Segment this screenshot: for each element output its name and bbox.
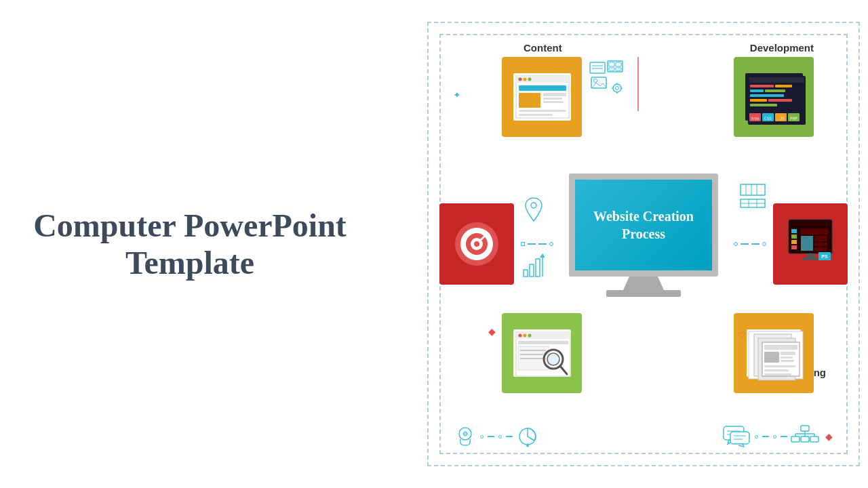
svg-rect-108: [764, 373, 791, 375]
svg-rect-75: [802, 258, 818, 260]
piechart-icon: [517, 426, 538, 447]
svg-point-87: [523, 334, 526, 338]
main-title: Computer PowerPoint Template: [33, 207, 347, 281]
svg-rect-62: [791, 229, 797, 233]
center-monitor: Website Creation Process: [569, 174, 718, 297]
svg-rect-32: [750, 89, 764, 92]
development-art: htm CSS .JS PHP: [745, 73, 803, 121]
svg-rect-54: [524, 270, 528, 277]
star-deco-1: ✦: [453, 89, 461, 101]
svg-text:PS: PS: [821, 254, 828, 259]
svg-point-22: [613, 84, 621, 92]
svg-rect-9: [543, 101, 564, 103]
design-box: PS: [773, 203, 848, 285]
svg-marker-120: [526, 445, 530, 447]
svg-line-118: [528, 436, 534, 441]
diamond-deco-1: ◆: [488, 326, 496, 338]
svg-rect-127: [801, 426, 809, 431]
svg-rect-102: [764, 352, 779, 363]
svg-point-53: [531, 203, 536, 208]
svg-rect-63: [791, 235, 797, 239]
svg-point-95: [547, 353, 559, 365]
svg-rect-106: [764, 365, 795, 367]
svg-point-3: [523, 78, 526, 81]
svg-rect-18: [609, 68, 614, 70]
svg-text:CSS: CSS: [764, 116, 772, 121]
diagram-panel: Content Development SEO Design Research …: [427, 22, 860, 466]
svg-rect-107: [764, 369, 789, 371]
svg-marker-58: [540, 253, 545, 258]
title-line1: Computer PowerPoint: [33, 207, 347, 243]
label-development: Development: [750, 42, 814, 54]
svg-rect-71: [814, 247, 827, 251]
svg-rect-68: [801, 236, 813, 251]
svg-rect-64: [791, 240, 797, 244]
svg-text:htm: htm: [751, 116, 759, 121]
monitor-base: [606, 290, 681, 297]
svg-point-111: [465, 433, 467, 435]
svg-rect-69: [814, 236, 827, 241]
monitor-stand: [623, 277, 664, 290]
content-deco-icons: [590, 61, 631, 104]
svg-rect-133: [791, 436, 800, 442]
head-icon: [454, 426, 476, 447]
svg-rect-12: [590, 62, 605, 73]
svg-point-23: [616, 87, 619, 90]
hierarchy-icon: [791, 426, 818, 447]
svg-rect-29: [749, 77, 804, 83]
svg-rect-8: [543, 98, 562, 100]
svg-rect-35: [750, 99, 767, 102]
left-panel: Computer PowerPoint Template: [0, 0, 380, 488]
design-art: PS: [787, 219, 834, 270]
research-art: [513, 329, 571, 377]
svg-rect-67: [801, 229, 828, 235]
content-box: [502, 57, 582, 137]
svg-rect-65: [791, 245, 797, 249]
content-icon: [516, 76, 569, 118]
content-art: [513, 73, 571, 121]
svg-rect-89: [518, 341, 568, 344]
chat-icon: [724, 426, 751, 447]
svg-rect-55: [530, 264, 534, 277]
svg-rect-103: [781, 352, 795, 355]
svg-point-50: [474, 241, 479, 247]
svg-point-2: [518, 78, 521, 81]
monitor-line2: Process: [622, 226, 665, 241]
seo-box: [439, 203, 514, 285]
seo-icon: [452, 220, 501, 268]
svg-rect-5: [519, 85, 566, 91]
prototyping-icon: [749, 331, 803, 379]
connector-dots-left: [521, 242, 553, 246]
svg-rect-105: [781, 360, 794, 362]
design-deco-top: [739, 183, 766, 220]
research-box: [502, 313, 582, 393]
title-line2: Template: [125, 245, 254, 281]
svg-text:PHP: PHP: [790, 116, 797, 121]
svg-rect-70: [814, 243, 827, 246]
svg-rect-74: [806, 253, 814, 258]
development-icon: htm CSS .JS PHP: [748, 76, 806, 125]
svg-rect-16: [609, 62, 614, 66]
svg-point-109: [459, 428, 471, 440]
svg-rect-19: [616, 68, 621, 70]
prototyping-box: [734, 313, 814, 393]
svg-rect-36: [768, 99, 792, 102]
bottom-deco-row: ◆: [454, 426, 833, 447]
seo-deco: [522, 197, 546, 225]
svg-rect-124: [730, 432, 749, 444]
svg-rect-6: [519, 93, 540, 108]
svg-rect-101: [764, 345, 797, 350]
svg-rect-17: [616, 62, 621, 66]
chat-deco: ◆: [724, 426, 833, 447]
svg-point-86: [518, 334, 521, 338]
development-box: htm CSS .JS PHP: [734, 57, 814, 137]
diamond-deco-2: ◆: [825, 431, 833, 443]
svg-rect-37: [750, 104, 777, 106]
seo-chart-deco: [522, 251, 549, 281]
svg-rect-34: [750, 94, 784, 97]
monitor-screen: Website Creation Process: [569, 174, 718, 277]
seo-art: [453, 220, 500, 268]
label-content: Content: [524, 42, 562, 54]
svg-rect-31: [775, 85, 792, 87]
svg-rect-76: [741, 184, 765, 195]
